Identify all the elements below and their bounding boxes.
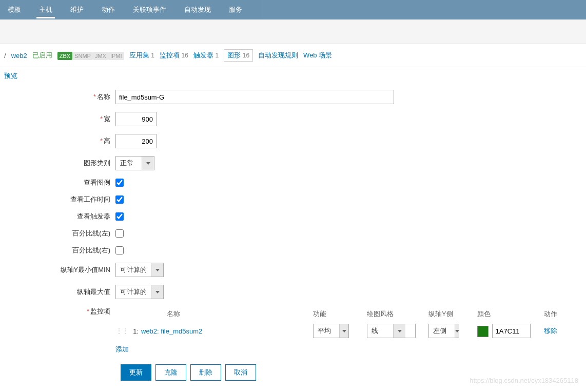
badge-zbx: ZBX	[57, 52, 72, 60]
graph-type-select[interactable]: 正常	[115, 156, 154, 170]
host-link[interactable]: web2	[11, 52, 27, 60]
graphs-box: 图形 16	[224, 49, 253, 62]
ymax-select[interactable]: 可计算的	[115, 285, 164, 299]
triggers-count: 1	[215, 52, 219, 59]
nav-discovery[interactable]: 自动发现	[182, 1, 213, 18]
update-button[interactable]: 更新	[121, 364, 151, 381]
nav-hosts[interactable]: 主机	[36, 1, 55, 18]
button-row: 更新 克隆 删除 取消	[121, 364, 586, 381]
percent-right-label: 百分比线(右)	[72, 246, 110, 254]
preview-link[interactable]: 预览	[4, 72, 17, 80]
side-select[interactable]: 左侧	[428, 324, 459, 338]
app-set-count: 1	[151, 52, 154, 59]
height-input[interactable]	[115, 134, 157, 148]
graphs-count: 16	[243, 52, 249, 59]
remove-link[interactable]: 移除	[544, 327, 557, 335]
badge-snmp: SNMP	[72, 52, 93, 60]
clone-button[interactable]: 克隆	[155, 364, 186, 381]
chevron-down-icon[interactable]	[393, 324, 405, 338]
show-legend-checkbox[interactable]	[115, 179, 124, 187]
breadcrumb: / web2 已启用 ZBXSNMPJMXIPMI 应用集 1 监控项 16 触…	[0, 44, 586, 67]
row-index: 1:	[126, 327, 141, 335]
items-header: 名称 功能 绘图风格 纵轴Y侧 颜色 动作	[115, 307, 575, 321]
nav-templates[interactable]: 模板	[5, 1, 24, 18]
items-link[interactable]: 监控项	[160, 51, 180, 59]
header-style: 绘图风格	[367, 309, 428, 319]
show-worktime-label: 查看工作时间	[70, 195, 110, 203]
graph-type-value: 正常	[116, 156, 142, 170]
web-scenario-link[interactable]: Web 场景	[303, 51, 332, 60]
header-side: 纵轴Y侧	[428, 309, 477, 319]
width-label: 宽	[104, 115, 110, 123]
nav-maintenance[interactable]: 维护	[68, 1, 86, 18]
table-row: ⋮⋮ 1: web2: file_md5sum2 平均 线	[115, 321, 575, 341]
graphs-link[interactable]: 图形	[227, 51, 241, 59]
cancel-button[interactable]: 取消	[225, 364, 256, 381]
header-color: 颜色	[477, 309, 544, 319]
items-label: 监控项	[90, 307, 110, 315]
sub-header	[0, 19, 586, 44]
show-worktime-checkbox[interactable]	[115, 195, 124, 204]
nav-actions[interactable]: 动作	[99, 1, 118, 18]
chevron-down-icon[interactable]	[151, 263, 163, 277]
app-set-link[interactable]: 应用集	[129, 51, 149, 59]
ymax-label: 纵轴最大值	[77, 288, 110, 296]
discovery-link[interactable]: 自动发现规则	[258, 51, 298, 60]
chevron-down-icon[interactable]	[455, 324, 459, 338]
height-label: 高	[104, 137, 110, 145]
badge-ipmi: IPMI	[108, 52, 124, 60]
item-name-link[interactable]: web2: file_md5sum2	[141, 327, 202, 335]
preview-section: 预览	[0, 67, 586, 85]
show-triggers-label: 查看触发器	[77, 212, 110, 220]
chevron-down-icon[interactable]	[142, 156, 154, 170]
graph-type-label: 图形类别	[84, 159, 110, 167]
triggers-link[interactable]: 触发器	[193, 51, 213, 59]
ymin-value: 可计算的	[116, 263, 151, 277]
show-triggers-checkbox[interactable]	[115, 212, 124, 221]
width-input[interactable]	[115, 112, 157, 126]
func-value: 平均	[314, 324, 339, 338]
chevron-down-icon[interactable]	[151, 285, 163, 299]
color-swatch[interactable]	[477, 326, 489, 337]
add-item-link[interactable]: 添加	[115, 345, 129, 354]
color-input[interactable]	[492, 324, 531, 338]
slash: /	[4, 52, 6, 60]
badge-jmx: JMX	[93, 52, 108, 60]
percent-left-label: 百分比线(左)	[72, 229, 110, 237]
graph-form: *名称 *宽 *高 图形类别 正常 查看图例 查看工作时间 查看触发器 百分比线…	[0, 85, 586, 391]
percent-left-checkbox[interactable]	[115, 229, 124, 238]
ymax-value: 可计算的	[116, 285, 151, 299]
percent-right-checkbox[interactable]	[115, 246, 124, 254]
top-nav: 模板 主机 维护 动作 关联项事件 自动发现 服务	[0, 0, 586, 19]
header-func: 功能	[313, 309, 367, 319]
header-action: 动作	[544, 309, 575, 319]
ymin-label: 纵轴Y最小值MIN	[61, 266, 111, 273]
nav-correlation[interactable]: 关联项事件	[130, 1, 169, 18]
style-select[interactable]: 线	[367, 324, 416, 338]
delete-button[interactable]: 删除	[190, 364, 221, 381]
header-name: 名称	[141, 309, 313, 319]
func-select[interactable]: 平均	[313, 324, 349, 338]
name-input[interactable]	[115, 90, 394, 104]
nav-services[interactable]: 服务	[226, 1, 245, 18]
items-count: 16	[181, 52, 188, 59]
style-value: 线	[367, 324, 393, 338]
status-enabled: 已启用	[32, 51, 52, 60]
name-label: 名称	[97, 93, 110, 101]
side-value: 左侧	[429, 324, 455, 338]
chevron-down-icon[interactable]	[339, 324, 348, 338]
show-legend-label: 查看图例	[84, 179, 110, 186]
ymin-select[interactable]: 可计算的	[115, 263, 164, 277]
